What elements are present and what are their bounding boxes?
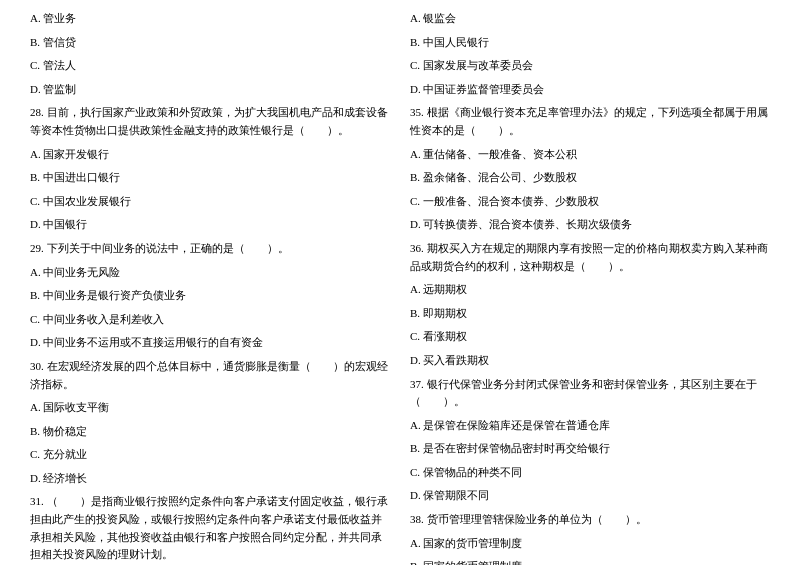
option-text: C. 中国农业发展银行 <box>30 195 131 207</box>
question-item: 31. （ ）是指商业银行按照约定条件向客户承诺支付固定收益，银行承担由此产生的… <box>30 493 390 563</box>
question-text: 36. 期权买入方在规定的期限内享有按照一定的价格向期权卖方购入某种商品或期货合… <box>410 242 768 272</box>
question-item: 37. 银行代保管业务分封闭式保管业务和密封保管业务，其区别主要在于（ ）。 <box>410 376 770 411</box>
option-item: D. 经济增长 <box>30 470 390 488</box>
option-text: A. 远期期权 <box>410 283 467 295</box>
option-item: C. 国家发展与改革委员会 <box>410 57 770 75</box>
question-text: 31. （ ）是指商业银行按照约定条件向客户承诺支付固定收益，银行承担由此产生的… <box>30 495 388 560</box>
question-text: 37. 银行代保管业务分封闭式保管业务和密封保管业务，其区别主要在于（ ）。 <box>410 378 757 408</box>
option-item: C. 保管物品的种类不同 <box>410 464 770 482</box>
option-text: A. 管业务 <box>30 12 76 24</box>
option-item: C. 充分就业 <box>30 446 390 464</box>
option-item: B. 中间业务是银行资产负债业务 <box>30 287 390 305</box>
option-text: C. 管法人 <box>30 59 76 71</box>
question-item: 35. 根据《商业银行资本充足率管理办法》的规定，下列选项全都属于用属性资本的是… <box>410 104 770 139</box>
question-text: 38. 货币管理理管辖保险业务的单位为（ ）。 <box>410 513 647 525</box>
option-text: D. 中国银行 <box>30 218 87 230</box>
option-text: D. 经济增长 <box>30 472 87 484</box>
option-text: A. 国家的货币管理制度 <box>410 537 522 549</box>
option-item: C. 中间业务收入是利差收入 <box>30 311 390 329</box>
option-text: C. 中间业务收入是利差收入 <box>30 313 164 325</box>
option-item: A. 国家开发银行 <box>30 146 390 164</box>
option-text: A. 中间业务无风险 <box>30 266 120 278</box>
option-text: B. 国家的货币管理制度 <box>410 560 522 565</box>
option-item: C. 看涨期权 <box>410 328 770 346</box>
option-text: D. 保管期限不同 <box>410 489 489 501</box>
option-text: D. 管监制 <box>30 83 76 95</box>
option-item: B. 是否在密封保管物品密封时再交给银行 <box>410 440 770 458</box>
option-item: A. 远期期权 <box>410 281 770 299</box>
right-column: A. 银监会B. 中国人民银行C. 国家发展与改革委员会D. 中国证券监督管理委… <box>410 10 770 565</box>
option-item: A. 中间业务无风险 <box>30 264 390 282</box>
option-text: A. 银监会 <box>410 12 456 24</box>
left-column: A. 管业务B. 管信贷C. 管法人D. 管监制28. 目前，执行国家产业政策和… <box>30 10 390 565</box>
option-item: A. 国家的货币管理制度 <box>410 535 770 553</box>
option-item: D. 中国银行 <box>30 216 390 234</box>
option-text: A. 重估储备、一般准备、资本公积 <box>410 148 577 160</box>
option-text: D. 买入看跌期权 <box>410 354 489 366</box>
question-item: 30. 在宏观经济发展的四个总体目标中，通货膨胀是衡量（ ）的宏观经济指标。 <box>30 358 390 393</box>
question-text: 29. 下列关于中间业务的说法中，正确的是（ ）。 <box>30 242 289 254</box>
option-item: C. 管法人 <box>30 57 390 75</box>
option-item: B. 中国人民银行 <box>410 34 770 52</box>
option-item: A. 国际收支平衡 <box>30 399 390 417</box>
option-item: D. 中间业务不运用或不直接运用银行的自有资金 <box>30 334 390 352</box>
question-item: 38. 货币管理理管辖保险业务的单位为（ ）。 <box>410 511 770 529</box>
option-text: B. 中间业务是银行资产负债业务 <box>30 289 186 301</box>
option-item: C. 中国农业发展银行 <box>30 193 390 211</box>
option-text: B. 是否在密封保管物品密封时再交给银行 <box>410 442 610 454</box>
option-text: C. 充分就业 <box>30 448 87 460</box>
option-item: D. 保管期限不同 <box>410 487 770 505</box>
option-item: D. 可转换债券、混合资本债券、长期次级债务 <box>410 216 770 234</box>
page-container: A. 管业务B. 管信贷C. 管法人D. 管监制28. 目前，执行国家产业政策和… <box>30 10 770 565</box>
option-item: B. 即期期权 <box>410 305 770 323</box>
option-text: B. 中国进出口银行 <box>30 171 120 183</box>
option-item: B. 国家的货币管理制度 <box>410 558 770 565</box>
option-item: A. 管业务 <box>30 10 390 28</box>
option-text: D. 可转换债券、混合资本债券、长期次级债务 <box>410 218 632 230</box>
option-text: A. 国际收支平衡 <box>30 401 109 413</box>
question-text: 35. 根据《商业银行资本充足率管理办法》的规定，下列选项全都属于用属性资本的是… <box>410 106 768 136</box>
option-item: D. 管监制 <box>30 81 390 99</box>
question-item: 29. 下列关于中间业务的说法中，正确的是（ ）。 <box>30 240 390 258</box>
option-text: A. 是保管在保险箱库还是保管在普通仓库 <box>410 419 610 431</box>
option-item: D. 中国证券监督管理委员会 <box>410 81 770 99</box>
option-text: C. 保管物品的种类不同 <box>410 466 522 478</box>
question-text: 30. 在宏观经济发展的四个总体目标中，通货膨胀是衡量（ ）的宏观经济指标。 <box>30 360 388 390</box>
option-item: A. 银监会 <box>410 10 770 28</box>
option-item: B. 管信贷 <box>30 34 390 52</box>
option-text: B. 物价稳定 <box>30 425 87 437</box>
option-text: D. 中国证券监督管理委员会 <box>410 83 544 95</box>
question-item: 36. 期权买入方在规定的期限内享有按照一定的价格向期权卖方购入某种商品或期货合… <box>410 240 770 275</box>
option-text: B. 管信贷 <box>30 36 76 48</box>
question-item: 28. 目前，执行国家产业政策和外贸政策，为扩大我国机电产品和成套设备等资本性货… <box>30 104 390 139</box>
option-item: A. 是保管在保险箱库还是保管在普通仓库 <box>410 417 770 435</box>
option-text: C. 国家发展与改革委员会 <box>410 59 533 71</box>
option-item: A. 重估储备、一般准备、资本公积 <box>410 146 770 164</box>
option-item: C. 一般准备、混合资本债券、少数股权 <box>410 193 770 211</box>
option-text: C. 看涨期权 <box>410 330 467 342</box>
option-text: D. 中间业务不运用或不直接运用银行的自有资金 <box>30 336 263 348</box>
two-column-layout: A. 管业务B. 管信贷C. 管法人D. 管监制28. 目前，执行国家产业政策和… <box>30 10 770 565</box>
option-item: B. 中国进出口银行 <box>30 169 390 187</box>
option-text: C. 一般准备、混合资本债券、少数股权 <box>410 195 599 207</box>
option-item: B. 盈余储备、混合公司、少数股权 <box>410 169 770 187</box>
option-item: D. 买入看跌期权 <box>410 352 770 370</box>
option-text: B. 盈余储备、混合公司、少数股权 <box>410 171 577 183</box>
option-text: B. 中国人民银行 <box>410 36 489 48</box>
question-text: 28. 目前，执行国家产业政策和外贸政策，为扩大我国机电产品和成套设备等资本性货… <box>30 106 388 136</box>
option-text: A. 国家开发银行 <box>30 148 109 160</box>
option-item: B. 物价稳定 <box>30 423 390 441</box>
option-text: B. 即期期权 <box>410 307 467 319</box>
